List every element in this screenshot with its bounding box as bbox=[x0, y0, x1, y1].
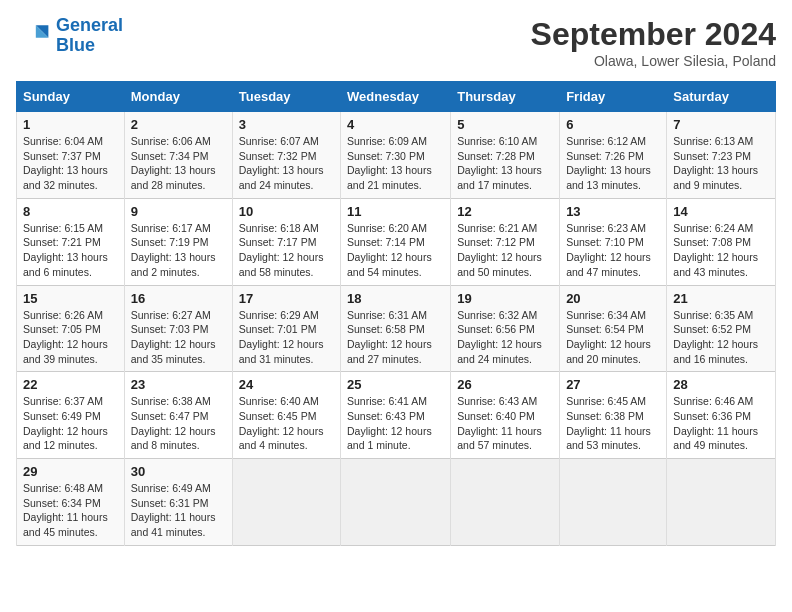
table-cell: 28Sunrise: 6:46 AMSunset: 6:36 PMDayligh… bbox=[667, 372, 776, 459]
table-cell bbox=[232, 459, 340, 546]
col-wednesday: Wednesday bbox=[341, 82, 451, 112]
table-cell bbox=[667, 459, 776, 546]
table-cell: 2Sunrise: 6:06 AMSunset: 7:34 PMDaylight… bbox=[124, 112, 232, 199]
table-cell: 10Sunrise: 6:18 AMSunset: 7:17 PMDayligh… bbox=[232, 198, 340, 285]
table-cell: 21Sunrise: 6:35 AMSunset: 6:52 PMDayligh… bbox=[667, 285, 776, 372]
table-cell: 17Sunrise: 6:29 AMSunset: 7:01 PMDayligh… bbox=[232, 285, 340, 372]
calendar-row: 29Sunrise: 6:48 AMSunset: 6:34 PMDayligh… bbox=[17, 459, 776, 546]
col-sunday: Sunday bbox=[17, 82, 125, 112]
col-monday: Monday bbox=[124, 82, 232, 112]
location-subtitle: Olawa, Lower Silesia, Poland bbox=[531, 53, 776, 69]
table-cell: 24Sunrise: 6:40 AMSunset: 6:45 PMDayligh… bbox=[232, 372, 340, 459]
calendar-row: 8Sunrise: 6:15 AMSunset: 7:21 PMDaylight… bbox=[17, 198, 776, 285]
table-cell: 20Sunrise: 6:34 AMSunset: 6:54 PMDayligh… bbox=[560, 285, 667, 372]
table-cell: 25Sunrise: 6:41 AMSunset: 6:43 PMDayligh… bbox=[341, 372, 451, 459]
logo-text: General Blue bbox=[56, 16, 123, 56]
col-thursday: Thursday bbox=[451, 82, 560, 112]
table-cell: 27Sunrise: 6:45 AMSunset: 6:38 PMDayligh… bbox=[560, 372, 667, 459]
table-cell bbox=[560, 459, 667, 546]
calendar-row: 22Sunrise: 6:37 AMSunset: 6:49 PMDayligh… bbox=[17, 372, 776, 459]
table-cell: 13Sunrise: 6:23 AMSunset: 7:10 PMDayligh… bbox=[560, 198, 667, 285]
logo: General Blue bbox=[16, 16, 123, 56]
table-cell: 7Sunrise: 6:13 AMSunset: 7:23 PMDaylight… bbox=[667, 112, 776, 199]
table-cell bbox=[341, 459, 451, 546]
table-cell: 15Sunrise: 6:26 AMSunset: 7:05 PMDayligh… bbox=[17, 285, 125, 372]
table-cell: 26Sunrise: 6:43 AMSunset: 6:40 PMDayligh… bbox=[451, 372, 560, 459]
table-cell: 14Sunrise: 6:24 AMSunset: 7:08 PMDayligh… bbox=[667, 198, 776, 285]
table-cell: 5Sunrise: 6:10 AMSunset: 7:28 PMDaylight… bbox=[451, 112, 560, 199]
logo-icon bbox=[16, 18, 52, 54]
table-cell bbox=[451, 459, 560, 546]
table-cell: 12Sunrise: 6:21 AMSunset: 7:12 PMDayligh… bbox=[451, 198, 560, 285]
col-tuesday: Tuesday bbox=[232, 82, 340, 112]
table-cell: 1Sunrise: 6:04 AMSunset: 7:37 PMDaylight… bbox=[17, 112, 125, 199]
col-friday: Friday bbox=[560, 82, 667, 112]
calendar-table: Sunday Monday Tuesday Wednesday Thursday… bbox=[16, 81, 776, 546]
table-cell: 8Sunrise: 6:15 AMSunset: 7:21 PMDaylight… bbox=[17, 198, 125, 285]
month-title: September 2024 bbox=[531, 16, 776, 53]
table-cell: 6Sunrise: 6:12 AMSunset: 7:26 PMDaylight… bbox=[560, 112, 667, 199]
table-cell: 18Sunrise: 6:31 AMSunset: 6:58 PMDayligh… bbox=[341, 285, 451, 372]
table-cell: 23Sunrise: 6:38 AMSunset: 6:47 PMDayligh… bbox=[124, 372, 232, 459]
table-cell: 4Sunrise: 6:09 AMSunset: 7:30 PMDaylight… bbox=[341, 112, 451, 199]
table-cell: 16Sunrise: 6:27 AMSunset: 7:03 PMDayligh… bbox=[124, 285, 232, 372]
table-cell: 3Sunrise: 6:07 AMSunset: 7:32 PMDaylight… bbox=[232, 112, 340, 199]
table-cell: 19Sunrise: 6:32 AMSunset: 6:56 PMDayligh… bbox=[451, 285, 560, 372]
calendar-row: 15Sunrise: 6:26 AMSunset: 7:05 PMDayligh… bbox=[17, 285, 776, 372]
table-cell: 29Sunrise: 6:48 AMSunset: 6:34 PMDayligh… bbox=[17, 459, 125, 546]
calendar-row: 1Sunrise: 6:04 AMSunset: 7:37 PMDaylight… bbox=[17, 112, 776, 199]
table-cell: 11Sunrise: 6:20 AMSunset: 7:14 PMDayligh… bbox=[341, 198, 451, 285]
col-saturday: Saturday bbox=[667, 82, 776, 112]
table-cell: 9Sunrise: 6:17 AMSunset: 7:19 PMDaylight… bbox=[124, 198, 232, 285]
title-block: September 2024 Olawa, Lower Silesia, Pol… bbox=[531, 16, 776, 69]
page-header: General Blue September 2024 Olawa, Lower… bbox=[16, 16, 776, 69]
header-row: Sunday Monday Tuesday Wednesday Thursday… bbox=[17, 82, 776, 112]
table-cell: 30Sunrise: 6:49 AMSunset: 6:31 PMDayligh… bbox=[124, 459, 232, 546]
table-cell: 22Sunrise: 6:37 AMSunset: 6:49 PMDayligh… bbox=[17, 372, 125, 459]
